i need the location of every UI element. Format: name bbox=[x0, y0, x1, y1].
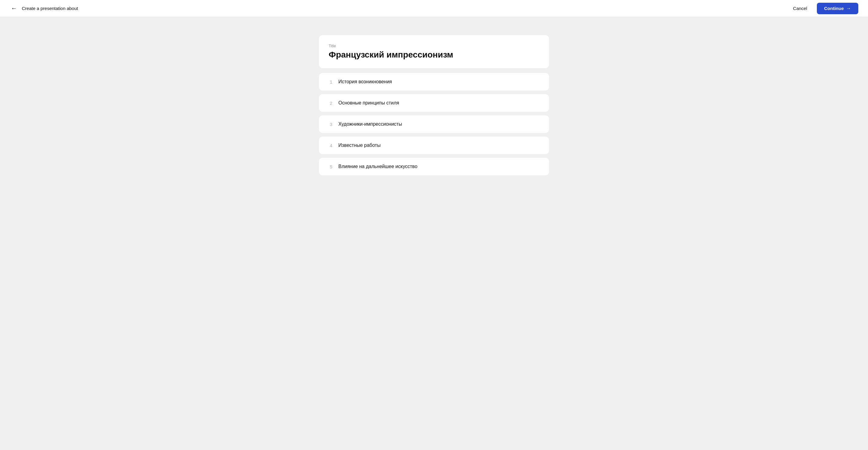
slide-item-3: 3 Художники-импрессионисты bbox=[319, 115, 549, 133]
slide-number-5: 5 bbox=[328, 164, 332, 169]
slide-title-2: Основные принципы стиля bbox=[338, 100, 399, 106]
presentation-title: Французский импрессионизм bbox=[329, 50, 539, 60]
slide-number-3: 3 bbox=[328, 122, 332, 127]
content-container: Title Французский импрессионизм 1 Истори… bbox=[319, 35, 549, 175]
title-label: Title bbox=[329, 43, 539, 48]
slide-item-4: 4 Известные работы bbox=[319, 137, 549, 154]
slide-title-4: Известные работы bbox=[338, 143, 380, 148]
slide-item-1: 1 История возникновения bbox=[319, 73, 549, 91]
main-content: Title Французский импрессионизм 1 Истори… bbox=[0, 17, 868, 193]
slide-title-5: Влияние на дальнейшее искусство bbox=[338, 164, 417, 169]
slide-number-2: 2 bbox=[328, 100, 332, 106]
continue-label: Continue bbox=[824, 6, 844, 11]
back-button[interactable]: ← bbox=[10, 4, 18, 13]
back-arrow-icon: ← bbox=[11, 5, 17, 12]
cancel-button[interactable]: Cancel bbox=[788, 3, 812, 13]
slide-item-5: 5 Влияние на дальнейшее искусство bbox=[319, 158, 549, 175]
title-card: Title Французский импрессионизм bbox=[319, 35, 549, 68]
header: ← Create a presentation about Cancel Con… bbox=[0, 0, 868, 17]
header-left: ← Create a presentation about bbox=[10, 4, 78, 13]
slide-number-1: 1 bbox=[328, 79, 332, 85]
slide-title-1: История возникновения bbox=[338, 79, 392, 85]
slide-number-4: 4 bbox=[328, 143, 332, 148]
continue-arrow-icon: → bbox=[846, 6, 851, 11]
header-title: Create a presentation about bbox=[22, 6, 78, 11]
continue-button[interactable]: Continue → bbox=[817, 3, 858, 14]
slide-title-3: Художники-импрессионисты bbox=[338, 121, 402, 127]
slide-item-2: 2 Основные принципы стиля bbox=[319, 94, 549, 112]
header-right: Cancel Continue → bbox=[788, 3, 858, 14]
